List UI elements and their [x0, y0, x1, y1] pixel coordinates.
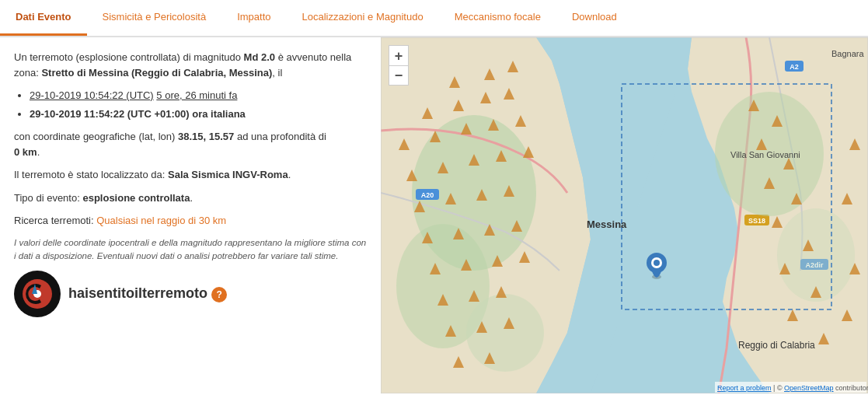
- zoom-in-button[interactable]: +: [389, 45, 409, 65]
- coords-prefix: con coordinate geografiche (lat, lon): [14, 131, 175, 142]
- svg-text:SS18: SS18: [748, 217, 765, 225]
- event-date-local: 29-10-2019 11:54:22 (UTC +01:00) ora ita…: [30, 108, 246, 120]
- svg-text:Villa San Giovanni: Villa San Giovanni: [730, 150, 800, 159]
- haisentitoil-text-area: haisentitoilterremoto ?: [68, 285, 227, 302]
- location-suffix: , il: [272, 67, 282, 79]
- zoom-out-button[interactable]: −: [389, 65, 409, 86]
- svg-point-84: [654, 260, 660, 266]
- help-icon[interactable]: ?: [211, 287, 227, 302]
- search-prefix: Ricerca terremoti:: [14, 215, 94, 226]
- svg-text:Bagnara: Bagnara: [831, 49, 864, 58]
- tab-impatto[interactable]: Impatto: [221, 0, 286, 36]
- map-svg: A20 A2 SS18 A2dir: [381, 37, 868, 393]
- event-type-value: esplosione controllata: [82, 192, 190, 204]
- tab-bar: Dati EventoSismicità e PericolositàImpat…: [0, 0, 868, 37]
- localized-by-paragraph: Il terremoto è stato localizzato da: Sal…: [14, 167, 367, 183]
- event-type-prefix: Tipo di evento:: [14, 192, 80, 204]
- coords-suffix: ad una profondità di: [237, 131, 326, 142]
- logo-svg: [16, 273, 58, 315]
- event-relative-time: 5 ore, 26 minuti fa: [156, 89, 237, 101]
- svg-text:A20: A20: [421, 191, 434, 199]
- coords-values: 38.15, 15.57: [178, 131, 234, 142]
- svg-text:Reggio di Calabria: Reggio di Calabria: [738, 340, 815, 351]
- intro-text: Un terremoto (esplosione controllata) di…: [14, 51, 241, 63]
- intro-paragraph: Un terremoto (esplosione controllata) di…: [14, 50, 367, 80]
- disclaimer-note: I valori delle coordinate ipocentrali e …: [14, 236, 367, 264]
- tab-sismicita[interactable]: Sismicità e Pericolosità: [87, 0, 222, 36]
- search-paragraph: Ricerca terremoti: Qualsiasi nel raggio …: [14, 213, 367, 229]
- location-text: Stretto di Messina (Reggio di Calabria, …: [41, 67, 272, 79]
- coords-paragraph: con coordinate geografiche (lat, lon) 38…: [14, 129, 367, 159]
- svg-text:A2: A2: [790, 63, 799, 71]
- magnitude-text: Md 2.0: [244, 51, 275, 63]
- event-times-list: 29-10-2019 10:54:22 (UTC) 5 ore, 26 minu…: [30, 88, 367, 121]
- event-time-local: 29-10-2019 11:54:22 (UTC +01:00) ora ita…: [30, 107, 367, 122]
- haisentitoil-section: haisentitoilterremoto ?: [14, 271, 367, 317]
- map-controls: + −: [389, 45, 409, 86]
- localized-by-prefix: Il terremoto è stato localizzato da:: [14, 169, 165, 180]
- main-content: Un terremoto (esplosione controllata) di…: [0, 37, 868, 393]
- haisentitoil-logo[interactable]: [14, 271, 61, 317]
- hst-label: haisentitoilterremoto: [68, 285, 211, 301]
- search-link[interactable]: Qualsiasi nel raggio di 30 km: [96, 215, 226, 226]
- tab-meccanismo[interactable]: Meccanismo focale: [439, 0, 556, 36]
- event-date-utc: 29-10-2019 10:54:22 (UTC): [30, 89, 154, 101]
- tab-download[interactable]: Download: [556, 0, 633, 36]
- tab-localizzazioni[interactable]: Localizzazioni e Magnitudo: [287, 0, 439, 36]
- depth-value: 0 km: [14, 146, 37, 158]
- event-time-utc: 29-10-2019 10:54:22 (UTC) 5 ore, 26 minu…: [30, 88, 367, 103]
- event-type-paragraph: Tipo di evento: esplosione controllata.: [14, 191, 367, 206]
- svg-text:Report a problem
         | © : Report a problem | © OpenStreetMap contr…: [717, 384, 868, 392]
- map-panel: A20 A2 SS18 A2dir: [381, 37, 868, 393]
- svg-text:Messina: Messina: [587, 218, 627, 230]
- event-info-panel: Un terremoto (esplosione controllata) di…: [0, 37, 381, 393]
- tab-dati-evento[interactable]: Dati Evento: [0, 0, 87, 36]
- localized-by-value: Sala Sismica INGV-Roma: [168, 169, 288, 180]
